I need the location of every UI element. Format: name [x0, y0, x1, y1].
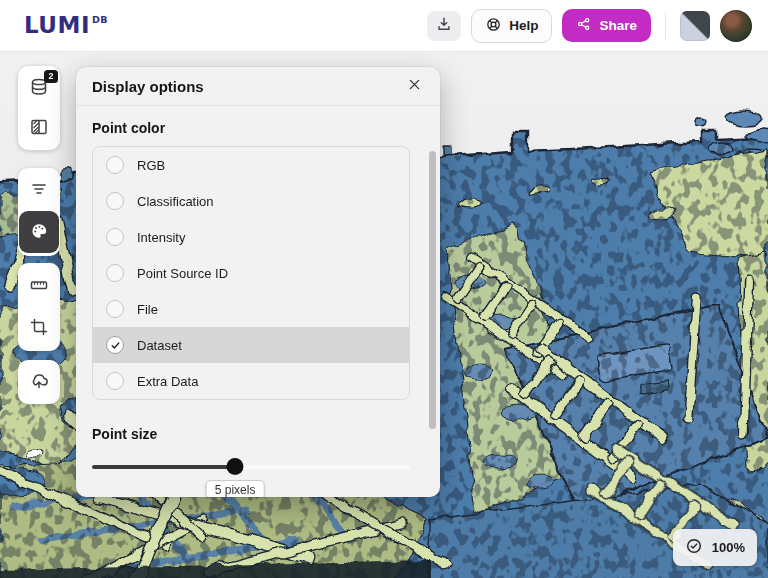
close-icon — [407, 77, 422, 95]
user-avatar[interactable] — [720, 10, 752, 42]
topbar-divider — [665, 13, 666, 39]
download-button[interactable] — [427, 11, 461, 41]
sidebar-item-upload[interactable] — [18, 362, 60, 402]
slider-thumb[interactable] — [227, 458, 244, 475]
sidebar-group-tools — [18, 263, 60, 351]
top-bar: LUMIDB Help — [0, 0, 768, 52]
display-options-panel: Display options Point color RGB Classif — [76, 67, 440, 497]
sidebar-group-data: 2 — [18, 66, 60, 150]
crop-icon — [29, 317, 49, 340]
radio-icon — [106, 228, 124, 246]
lifebuoy-icon — [485, 16, 502, 36]
radio-icon — [106, 156, 124, 174]
option-intensity[interactable]: Intensity — [93, 219, 409, 255]
filter-lines-icon — [29, 179, 49, 202]
zoom-level-label: 100% — [712, 540, 745, 555]
sidebar-item-split-view[interactable] — [18, 108, 60, 148]
option-rgb[interactable]: RGB — [93, 147, 409, 183]
point-size-label: Point size — [92, 426, 410, 442]
sidebar-item-measure[interactable] — [18, 265, 60, 307]
zoom-level-button[interactable]: 100% — [673, 529, 757, 566]
share-button[interactable]: Share — [562, 9, 651, 42]
share-nodes-icon — [576, 16, 592, 35]
panel-title: Display options — [92, 78, 204, 95]
sidebar-item-datasets[interactable]: 2 — [18, 68, 60, 108]
panel-header: Display options — [76, 67, 440, 106]
sidebar-group-upload — [18, 360, 60, 404]
download-icon — [435, 15, 453, 36]
sidebar-item-display-options[interactable] — [18, 210, 60, 254]
app-logo[interactable]: LUMIDB — [24, 14, 108, 37]
option-point-source-id[interactable]: Point Source ID — [93, 255, 409, 291]
upload-cloud-icon — [29, 371, 49, 394]
palette-icon — [29, 221, 49, 244]
viewer-area: 2 — [0, 52, 768, 578]
radio-icon — [106, 192, 124, 210]
sidebar-item-crop[interactable] — [18, 307, 60, 349]
sidebar-group-display — [18, 168, 60, 256]
split-view-icon — [29, 117, 49, 140]
help-label: Help — [509, 18, 538, 33]
radio-icon — [106, 300, 124, 318]
panel-scrollbar-thumb[interactable] — [429, 151, 436, 429]
point-size-value-tooltip: 5 pixels — [206, 480, 265, 497]
option-file[interactable]: File — [93, 291, 409, 327]
datasets-badge: 2 — [44, 70, 58, 83]
option-classification[interactable]: Classification — [93, 183, 409, 219]
radio-icon — [106, 372, 124, 390]
ruler-icon — [29, 275, 49, 298]
close-button[interactable] — [405, 75, 424, 97]
slider-fill — [92, 465, 235, 469]
point-size-slider[interactable] — [92, 458, 410, 476]
minimap-thumbnail[interactable] — [680, 11, 710, 41]
share-label: Share — [599, 18, 637, 33]
option-dataset[interactable]: Dataset — [93, 327, 409, 363]
logo-text: LUMI — [24, 14, 90, 37]
point-color-label: Point color — [92, 120, 410, 136]
check-circle-icon — [685, 537, 703, 558]
point-color-options: RGB Classification Intensity Point Sourc… — [92, 146, 410, 400]
logo-suffix: DB — [92, 15, 108, 25]
radio-checked-icon — [106, 336, 124, 354]
sidebar-item-filter[interactable] — [18, 170, 60, 210]
help-button[interactable]: Help — [471, 9, 552, 43]
radio-icon — [106, 264, 124, 282]
option-extra-data[interactable]: Extra Data — [93, 363, 409, 399]
